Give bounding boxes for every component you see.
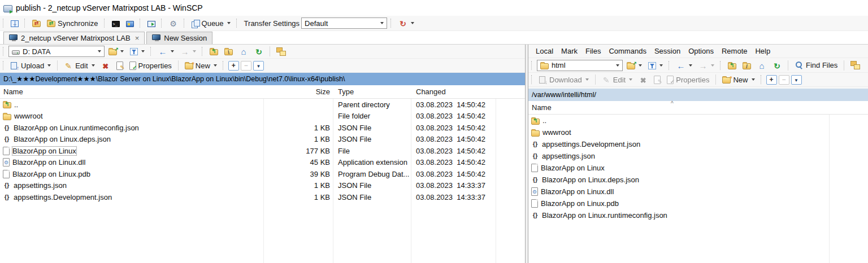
- remote-filter-button[interactable]: [646, 60, 665, 71]
- select-files-button[interactable]: [228, 61, 239, 71]
- local-properties-button[interactable]: Properties: [127, 60, 174, 71]
- edit-pencil-icon: [602, 75, 611, 84]
- file-row[interactable]: BlazorApp on Linux.pdb: [528, 198, 868, 209]
- file-row[interactable]: ..: [528, 115, 868, 126]
- remote-home-directory-button[interactable]: [755, 60, 769, 71]
- file-row[interactable]: appsettings.Development.json: [528, 138, 868, 150]
- local-edit-button[interactable]: Edit: [62, 60, 97, 71]
- panes-icon: [11, 20, 19, 27]
- local-rename-button[interactable]: [114, 60, 125, 71]
- file-row[interactable]: ..Parent directory03.08.2023 14:50:42: [0, 99, 525, 111]
- open-terminal-button[interactable]: [110, 19, 122, 28]
- file-changed-cell: 03.08.2023 14:50:42: [411, 134, 502, 146]
- preferences-button[interactable]: [167, 17, 180, 29]
- file-row[interactable]: wwwrootFile folder03.08.2023 14:50:42: [0, 111, 525, 122]
- local-tree-button[interactable]: [274, 46, 288, 57]
- file-row[interactable]: appsettings.json: [528, 150, 868, 162]
- download-button[interactable]: Download: [537, 74, 591, 85]
- upload-button[interactable]: Upload: [8, 60, 53, 71]
- winscp-app-icon: [3, 5, 12, 12]
- file-row[interactable]: BlazorApp on Linux177 KBFile03.08.2023 1…: [0, 145, 525, 157]
- local-home-directory-button[interactable]: [237, 46, 250, 57]
- remote-edit-button[interactable]: Edit: [600, 74, 635, 85]
- remote-back-button[interactable]: [674, 60, 695, 71]
- menu-options[interactable]: Options: [684, 47, 718, 55]
- file-row[interactable]: BlazorApp on Linux.deps.json: [528, 174, 868, 186]
- column-header-name[interactable]: Name: [528, 101, 830, 114]
- local-open-directory-button[interactable]: [106, 46, 126, 56]
- remote-root-directory-button[interactable]: [740, 60, 753, 71]
- menu-remote[interactable]: Remote: [718, 47, 752, 55]
- file-row[interactable]: BlazorApp on Linux.dll45 KBApplication e…: [0, 157, 525, 169]
- remote-directory-combo[interactable]: html: [537, 60, 623, 71]
- remote-rename-button[interactable]: [652, 74, 663, 85]
- remote-path-bar[interactable]: /var/www/intelli/html/: [528, 89, 868, 101]
- local-new-button[interactable]: New: [183, 60, 219, 71]
- menu-files[interactable]: Files: [581, 47, 605, 55]
- file-type-cell: JSON File: [333, 191, 411, 203]
- remote-new-button[interactable]: New: [720, 74, 757, 85]
- selection-filter-button[interactable]: [791, 75, 802, 85]
- menu-commands[interactable]: Commands: [605, 47, 650, 55]
- close-tab-icon[interactable]: ×: [135, 34, 140, 42]
- remote-parent-directory-button[interactable]: [726, 60, 739, 71]
- file-row[interactable]: BlazorApp on Linux.runtimeconfig.json: [528, 209, 868, 221]
- file-row[interactable]: BlazorApp on Linux.deps.json1 KBJSON Fil…: [0, 134, 525, 146]
- compare-directories-button[interactable]: [30, 18, 43, 28]
- open-putty-button[interactable]: [124, 19, 136, 28]
- menu-session[interactable]: Session: [650, 47, 684, 55]
- synchronize-button[interactable]: Synchronize: [45, 18, 101, 29]
- open-folder-icon: [108, 49, 117, 55]
- column-header-type[interactable]: Type: [333, 85, 411, 98]
- tab-new-session[interactable]: New Session: [146, 32, 212, 44]
- local-back-button[interactable]: [156, 46, 176, 57]
- column-header-changed[interactable]: Changed: [411, 85, 496, 98]
- remote-open-directory-button[interactable]: [624, 60, 644, 71]
- select-files-button[interactable]: [766, 75, 777, 85]
- chevron-down-icon: [689, 64, 692, 67]
- remote-forward-button[interactable]: [696, 60, 717, 71]
- preferences-layout-button[interactable]: [8, 18, 21, 28]
- file-row[interactable]: appsettings.Development.json1 KBJSON Fil…: [0, 191, 525, 203]
- local-root-directory-button[interactable]: [222, 46, 235, 56]
- local-path-bar[interactable]: D:\_★★★Development★★★\Blazor Server on L…: [0, 73, 525, 85]
- tab-new-session-label: New Session: [164, 34, 207, 42]
- file-row[interactable]: wwwroot: [528, 126, 868, 138]
- local-delete-button[interactable]: [99, 60, 112, 71]
- menu-bar: LocalMarkFilesCommandsSessionOptionsRemo…: [528, 45, 868, 58]
- local-parent-directory-button[interactable]: [207, 46, 220, 56]
- transfer-mode-button[interactable]: [396, 17, 416, 29]
- file-row[interactable]: BlazorApp on Linux: [528, 162, 868, 174]
- file-row[interactable]: BlazorApp on Linux.pdb39 KBProgram Debug…: [0, 168, 525, 180]
- find-files-button[interactable]: Find Files: [792, 60, 840, 71]
- remote-properties-button[interactable]: Properties: [665, 74, 711, 85]
- queue-button[interactable]: Queue: [189, 18, 233, 29]
- download-icon: [539, 76, 547, 84]
- menu-local[interactable]: Local: [532, 47, 557, 55]
- unselect-files-button[interactable]: [779, 75, 789, 85]
- remote-refresh-button[interactable]: [770, 60, 784, 71]
- switch-panel-button[interactable]: [145, 19, 158, 28]
- local-drive-combo[interactable]: D: DATA: [8, 46, 105, 57]
- file-row[interactable]: appsettings.json1 KBJSON File03.08.2023 …: [0, 180, 525, 192]
- drive-icon: [12, 50, 20, 55]
- file-changed-cell: 03.08.2023 14:50:42: [411, 157, 502, 169]
- local-command-toolbar: Upload Edit Properties Ne: [0, 59, 525, 73]
- column-header-name[interactable]: Name: [0, 85, 264, 98]
- tab-session[interactable]: 2_netcup vServer Matrixpost LAB ×: [3, 32, 145, 44]
- local-forward-button[interactable]: [178, 46, 198, 57]
- remote-tree-button[interactable]: [848, 60, 862, 71]
- menu-help[interactable]: Help: [751, 47, 774, 55]
- file-row[interactable]: BlazorApp on Linux.dll: [528, 186, 868, 198]
- unselect-files-button[interactable]: [241, 61, 251, 71]
- remote-delete-button[interactable]: [636, 74, 650, 85]
- new-folder-icon: [185, 63, 193, 69]
- selection-filter-button[interactable]: [253, 61, 264, 71]
- column-header-size[interactable]: Size: [264, 85, 333, 98]
- file-row[interactable]: BlazorApp on Linux.runtimeconfig.json1 K…: [0, 122, 525, 134]
- local-refresh-button[interactable]: [252, 46, 266, 57]
- local-filter-button[interactable]: [128, 46, 147, 56]
- file-name-cell: BlazorApp on Linux: [528, 162, 830, 174]
- menu-mark[interactable]: Mark: [557, 47, 581, 55]
- transfer-settings-combo[interactable]: Default: [301, 17, 387, 29]
